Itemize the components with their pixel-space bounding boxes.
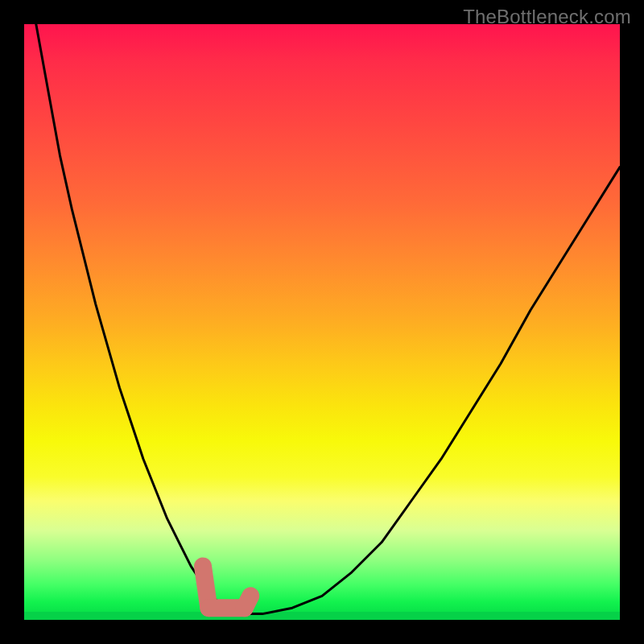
bottleneck-curve (36, 24, 620, 614)
optimal-region-highlight (203, 566, 250, 608)
highlight-right-arm (245, 596, 250, 608)
chart-svg (24, 24, 620, 620)
chart-plot-area (24, 24, 620, 620)
